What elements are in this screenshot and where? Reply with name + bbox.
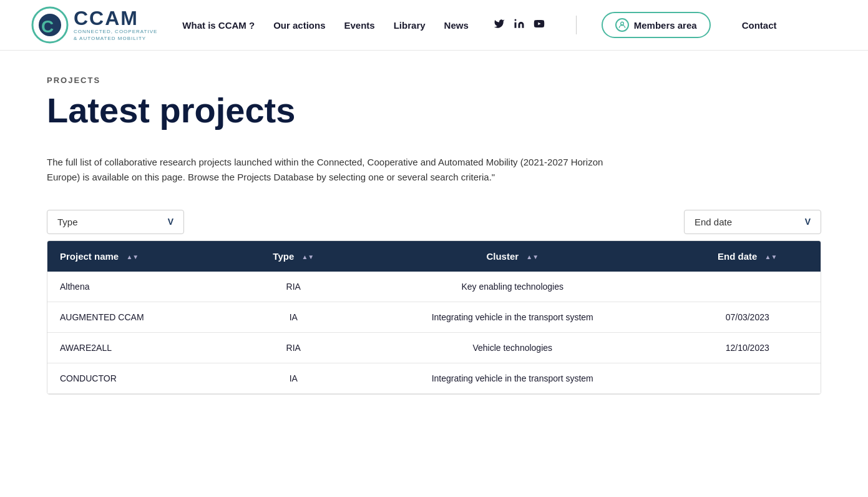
table-row: AlthenaRIAKey enabling technologies — [47, 272, 821, 302]
table-row: AUGMENTED CCAMIAIntegrating vehicle in t… — [47, 302, 821, 332]
type-filter-chevron: V — [168, 217, 173, 227]
col-project-name[interactable]: Project name ▲▼ — [47, 241, 237, 272]
cell-cluster: Vehicle technologies — [351, 332, 674, 363]
table-header: Project name ▲▼ Type ▲▼ Cluster ▲▼ End d… — [47, 241, 821, 272]
cell-cluster: Integrating vehicle in the transport sys… — [351, 302, 674, 332]
cell-end-date: 07/03/2023 — [674, 302, 821, 332]
members-area-icon — [615, 18, 629, 32]
cell-cluster: Integrating vehicle in the transport sys… — [351, 363, 674, 393]
cell-end-date — [674, 363, 821, 393]
sort-icon-project-name: ▲▼ — [126, 254, 139, 260]
logo-area[interactable]: C CCAM CONNECTED, COOPERATIVE & AUTOMATE… — [31, 6, 157, 44]
linkedin-icon[interactable] — [514, 18, 525, 32]
page-title: Latest projects — [47, 91, 821, 130]
twitter-icon[interactable] — [494, 18, 505, 32]
table-row: CONDUCTORIAIntegrating vehicle in the tr… — [47, 363, 821, 393]
cell-type: RIA — [237, 332, 351, 363]
logo-subtitle-line2: & AUTOMATED MOBILITY — [74, 35, 157, 42]
cell-type: IA — [237, 302, 351, 332]
table-body: AlthenaRIAKey enabling technologiesAUGME… — [47, 272, 821, 394]
end-date-filter[interactable]: End date V — [684, 210, 821, 234]
cell-project-name: CONDUCTOR — [47, 363, 237, 393]
ccam-logo-icon: C — [31, 6, 69, 44]
logo-subtitle-line1: CONNECTED, COOPERATIVE — [74, 28, 157, 35]
cell-type: IA — [237, 363, 351, 393]
members-area-label: Members area — [634, 20, 697, 31]
end-date-filter-chevron: V — [805, 217, 811, 227]
header: C CCAM CONNECTED, COOPERATIVE & AUTOMATE… — [0, 0, 868, 51]
col-cluster[interactable]: Cluster ▲▼ — [351, 241, 674, 272]
sort-icon-end-date: ▲▼ — [765, 254, 778, 260]
nav-our-actions[interactable]: Our actions — [273, 20, 325, 31]
table-header-row: Project name ▲▼ Type ▲▼ Cluster ▲▼ End d… — [47, 241, 821, 272]
cell-project-name: AWARE2ALL — [47, 332, 237, 363]
sort-icon-cluster: ▲▼ — [526, 254, 539, 260]
filters-row: Type V End date V — [47, 210, 821, 234]
col-type[interactable]: Type ▲▼ — [237, 241, 351, 272]
nav-library[interactable]: Library — [394, 20, 426, 31]
type-filter-label: Type — [57, 217, 78, 227]
projects-table-container: Project name ▲▼ Type ▲▼ Cluster ▲▼ End d… — [47, 240, 821, 395]
logo-text: CCAM CONNECTED, COOPERATIVE & AUTOMATED … — [74, 8, 157, 42]
nav-events[interactable]: Events — [344, 20, 375, 31]
nav-what-is-ccam[interactable]: What is CCAM ? — [182, 20, 255, 31]
cell-cluster: Key enabling technologies — [351, 272, 674, 302]
col-end-date[interactable]: End date ▲▼ — [674, 241, 821, 272]
section-label: PROJECTS — [47, 76, 821, 85]
svg-point-3 — [514, 19, 516, 21]
svg-point-5 — [620, 22, 623, 25]
type-filter[interactable]: Type V — [47, 210, 184, 234]
table-row: AWARE2ALLRIAVehicle technologies12/10/20… — [47, 332, 821, 363]
cell-type: RIA — [237, 272, 351, 302]
cell-project-name: Althena — [47, 272, 237, 302]
cell-end-date: 12/10/2023 — [674, 332, 821, 363]
nav-divider — [576, 16, 577, 34]
social-icons-group — [494, 18, 545, 32]
nav-contact[interactable]: Contact — [742, 20, 777, 31]
projects-table: Project name ▲▼ Type ▲▼ Cluster ▲▼ End d… — [47, 241, 821, 394]
description-text: The full list of collaborative research … — [47, 155, 608, 185]
youtube-icon[interactable] — [534, 18, 545, 32]
sort-icon-type: ▲▼ — [301, 254, 314, 260]
end-date-filter-label: End date — [695, 217, 732, 227]
main-content: PROJECTS Latest projects The full list o… — [0, 51, 868, 420]
cell-end-date — [674, 272, 821, 302]
cell-project-name: AUGMENTED CCAM — [47, 302, 237, 332]
members-area-button[interactable]: Members area — [602, 12, 711, 38]
logo-title: CCAM — [74, 8, 157, 28]
main-nav: What is CCAM ? Our actions Events Librar… — [182, 12, 837, 38]
nav-news[interactable]: News — [444, 20, 469, 31]
svg-text:C: C — [41, 17, 54, 36]
